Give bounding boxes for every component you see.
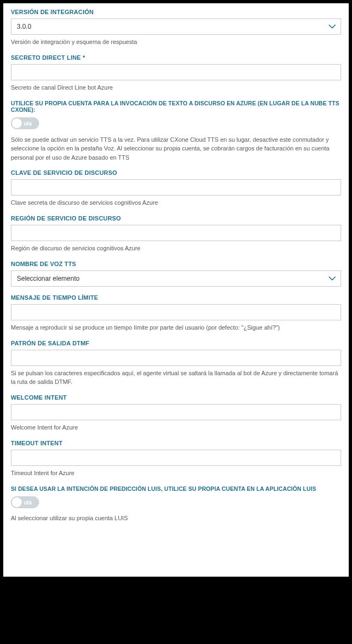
integration-version-select[interactable] [11, 18, 341, 35]
integration-version-help: Versión de integración y esquema de resp… [11, 38, 341, 47]
luis-own-account-help: Al seleccionar utilizar su propia cuenta… [11, 514, 341, 523]
toggle-knob [12, 118, 22, 128]
dtmf-pattern-help: Si se pulsan los caracteres especificado… [11, 369, 341, 387]
direct-line-secret-input[interactable] [11, 64, 341, 80]
own-account-tts-help: Sólo se puede activar un servicio TTS a … [11, 135, 341, 162]
timeout-intent-label: TIMEOUT INTENT [11, 440, 341, 446]
integration-version-select-wrap [11, 18, 341, 35]
speech-service-region-field: REGIÓN DE SERVICIO DE DISCURSO Región de… [11, 215, 341, 253]
direct-line-secret-field: SECRETO DIRECT LINE * Secreto de canal D… [11, 54, 341, 92]
dtmf-pattern-label: PATRÓN DE SALIDA DTMF [11, 340, 341, 346]
tts-voice-name-select-wrap [11, 270, 341, 287]
tts-voice-name-select[interactable] [11, 270, 341, 287]
timeout-message-help: Mensaje a reproducir si se produce un ti… [11, 324, 341, 332]
timeout-message-field: MENSAJE DE TIEMPO LÍMITE Mensaje a repro… [11, 294, 341, 332]
dtmf-pattern-input[interactable] [11, 350, 341, 366]
speech-service-key-field: CLAVE DE SERVICIO DE DISCURSO Clave secr… [11, 169, 341, 207]
direct-line-secret-label: SECRETO DIRECT LINE * [11, 54, 341, 61]
own-account-tts-field: UTILICE SU PROPIA CUENTA PARA LA INVOCAC… [11, 100, 341, 162]
toggle-off-text: ula [24, 499, 32, 505]
toggle-off-text: ula [24, 120, 32, 126]
settings-panel: VERSIÓN DE INTEGRACIÓN Versión de integr… [3, 3, 349, 577]
tts-voice-name-label: NOMBRE DE VOZ TTS [11, 261, 341, 267]
speech-service-region-input[interactable] [11, 225, 341, 241]
dtmf-pattern-field: PATRÓN DE SALIDA DTMF Si se pulsan los c… [11, 340, 341, 387]
welcome-intent-label: WELCOME INTENT [11, 394, 341, 401]
welcome-intent-input[interactable] [11, 404, 341, 420]
speech-service-region-label: REGIÓN DE SERVICIO DE DISCURSO [11, 215, 341, 222]
timeout-intent-help: Timeout Intent for Azure [11, 469, 341, 478]
speech-service-key-input[interactable] [11, 179, 341, 195]
toggle-knob [12, 497, 22, 507]
timeout-message-input[interactable] [11, 304, 341, 320]
luis-own-account-label: SI DESEA USAR LA INTENCIÓN DE PREDICCIÓN… [11, 485, 341, 492]
luis-own-account-field: SI DESEA USAR LA INTENCIÓN DE PREDICCIÓN… [11, 485, 341, 523]
timeout-intent-field: TIMEOUT INTENT Timeout Intent for Azure [11, 440, 341, 478]
direct-line-secret-help: Secreto de canal Direct Line bot Azure [11, 84, 341, 92]
luis-own-account-toggle[interactable]: ula [11, 496, 39, 508]
speech-service-key-label: CLAVE DE SERVICIO DE DISCURSO [11, 169, 341, 176]
integration-version-label: VERSIÓN DE INTEGRACIÓN [11, 9, 341, 15]
timeout-message-label: MENSAJE DE TIEMPO LÍMITE [11, 294, 341, 301]
speech-service-key-help: Clave secreta de discurso de servicios c… [11, 199, 341, 207]
welcome-intent-field: WELCOME INTENT Welcome Intent for Azure [11, 394, 341, 432]
tts-voice-name-field: NOMBRE DE VOZ TTS [11, 261, 341, 287]
integration-version-field: VERSIÓN DE INTEGRACIÓN Versión de integr… [11, 9, 341, 47]
own-account-tts-label: UTILICE SU PROPIA CUENTA PARA LA INVOCAC… [11, 100, 341, 113]
speech-service-region-help: Región de discurso de servicios cognitiv… [11, 244, 341, 253]
own-account-tts-toggle[interactable]: ula [11, 117, 39, 129]
welcome-intent-help: Welcome Intent for Azure [11, 424, 341, 432]
timeout-intent-input[interactable] [11, 450, 341, 466]
